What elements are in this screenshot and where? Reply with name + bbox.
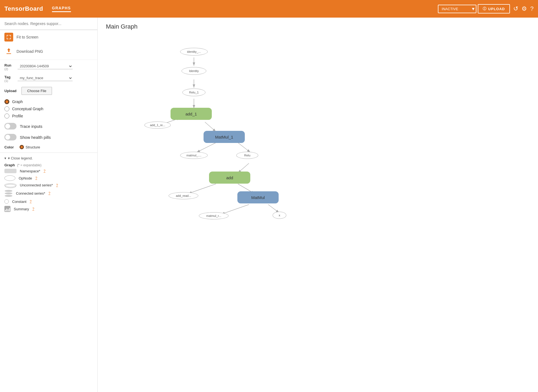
graph-radio-item[interactable]: Graph xyxy=(4,98,93,105)
profile-radio-item[interactable]: Profile xyxy=(4,112,93,120)
node-x[interactable]: x xyxy=(273,212,286,219)
svg-line-6 xyxy=(197,143,216,152)
namespace-shape xyxy=(4,169,17,173)
tag-select[interactable]: my_func_trace xyxy=(18,75,73,81)
svg-line-4 xyxy=(205,122,216,132)
settings-button[interactable]: ⚙ xyxy=(521,5,527,12)
color-structure-item[interactable]: Structure xyxy=(20,145,40,149)
graph-radio-label: Graph xyxy=(12,100,23,104)
node-add1-re[interactable]: add_1_re... xyxy=(144,122,171,129)
legend-namespace-label: Namespace* xyxy=(20,169,40,173)
view-mode-group: Graph Conceptual Graph Profile xyxy=(0,97,97,121)
topbar-right: INACTIVE ▾ ⓘ UPLOAD ↺ ⚙ ? xyxy=(438,4,534,13)
legend-opnode-item: OpNode ? xyxy=(0,174,97,182)
graph-container: identity_... Identity Relu_1 add_1 add_1… xyxy=(98,34,538,392)
opnode-help-link[interactable]: ? xyxy=(35,176,37,180)
trace-inputs-label: Trace inputs xyxy=(20,124,42,129)
legend-graph-title: Graph xyxy=(4,163,15,167)
tag-key: Tag (1) xyxy=(4,75,15,82)
close-legend-label: ▾ Close legend. xyxy=(8,156,33,160)
node-matmul-dots[interactable]: matmul_.... xyxy=(180,152,208,159)
trace-inputs-row: Trace inputs xyxy=(0,121,97,132)
node-add-read[interactable]: add_read... xyxy=(169,192,198,199)
run-selector: INACTIVE ▾ xyxy=(438,5,474,13)
run-select[interactable]: 20200804-144509 xyxy=(18,63,73,69)
legend-namespace-item: Namespace* ? xyxy=(0,168,97,174)
unconnected-shape xyxy=(4,183,17,187)
color-structure-radio[interactable] xyxy=(20,145,24,149)
graph-title: Main Graph xyxy=(98,18,538,36)
summary-help-link[interactable]: ? xyxy=(32,207,34,211)
run-dropdown[interactable]: INACTIVE xyxy=(438,5,476,13)
topbar: TensorBoard GRAPHS INACTIVE ▾ ⓘ UPLOAD ↺… xyxy=(0,0,538,18)
constant-help-link[interactable]: ? xyxy=(30,200,32,203)
node-relu1[interactable]: Relu_1 xyxy=(182,89,205,96)
node-matmul-r[interactable]: matmul_r... xyxy=(199,212,229,219)
help-button[interactable]: ? xyxy=(530,5,534,12)
conceptual-radio-input[interactable] xyxy=(4,106,9,111)
graph-edges xyxy=(98,34,538,392)
node-add[interactable]: add xyxy=(209,172,250,184)
summary-shape xyxy=(4,206,10,212)
download-png-label: Download PNG xyxy=(17,49,43,54)
show-health-pills-slider xyxy=(4,134,17,140)
legend-constant-label: Constant xyxy=(12,200,26,204)
profile-radio-label: Profile xyxy=(12,114,23,118)
legend-connected-label: Connected series* xyxy=(16,191,45,195)
color-label: Color xyxy=(4,145,17,149)
legend-expandable: (* = expandable) xyxy=(17,163,41,167)
chevron-down-icon2: ▾ xyxy=(4,156,6,160)
legend-section: Graph (* = expandable) Namespace* ? OpNo… xyxy=(0,162,97,213)
legend-summary-item: Summary ? xyxy=(0,205,97,213)
nav-graphs[interactable]: GRAPHS xyxy=(52,6,71,12)
download-png-button[interactable]: Download PNG xyxy=(0,44,97,59)
legend-unconnected-item: Unconnected series* ? xyxy=(0,182,97,188)
show-health-pills-row: Show health pills xyxy=(0,132,97,143)
divider2 xyxy=(0,153,97,153)
info-icon: ⓘ xyxy=(483,6,487,11)
fit-to-screen-button[interactable]: Fit to Screen xyxy=(0,30,97,44)
tag-row: Tag (1) my_func_trace xyxy=(0,73,97,85)
conceptual-graph-radio-label: Conceptual Graph xyxy=(12,107,43,111)
svg-line-9 xyxy=(188,184,216,194)
upload-button[interactable]: ⓘ UPLOAD xyxy=(478,4,510,13)
node-matmul[interactable]: MatMul xyxy=(237,191,279,203)
show-health-pills-toggle[interactable] xyxy=(4,134,17,140)
node-identity-dots[interactable]: identity_... xyxy=(180,48,208,56)
node-matmul1[interactable]: MatMul_1 xyxy=(204,131,245,143)
connected-shape xyxy=(4,189,13,197)
refresh-button[interactable]: ↺ xyxy=(513,5,518,12)
upload-label: Upload xyxy=(4,89,18,93)
close-legend-button[interactable]: ▾ ▾ Close legend. xyxy=(0,154,97,162)
graph-canvas[interactable]: identity_... Identity Relu_1 add_1 add_1… xyxy=(98,34,538,392)
connected-help-link[interactable]: ? xyxy=(48,191,50,195)
legend-constant-item: Constant ? xyxy=(0,198,97,205)
opnode-shape xyxy=(4,175,15,181)
search-input[interactable] xyxy=(0,18,97,30)
legend-summary-label: Summary xyxy=(14,207,29,211)
node-relu[interactable]: Relu xyxy=(236,152,258,159)
graph-radio-input[interactable] xyxy=(4,99,9,104)
download-icon xyxy=(4,47,13,56)
constant-shape xyxy=(4,199,9,204)
profile-radio-input[interactable] xyxy=(4,114,9,118)
show-health-pills-label: Show health pills xyxy=(20,135,51,140)
graph-area[interactable]: Main Graph xyxy=(98,18,538,392)
fit-icon xyxy=(4,33,13,42)
app-title: TensorBoard xyxy=(4,5,43,12)
legend-connected-item: Connected series* ? xyxy=(0,188,97,198)
color-row: Color Structure xyxy=(0,143,97,151)
svg-line-7 xyxy=(238,143,250,152)
legend-unconnected-label: Unconnected series* xyxy=(20,183,53,187)
conceptual-graph-radio-item[interactable]: Conceptual Graph xyxy=(4,105,93,112)
node-add1[interactable]: add_1 xyxy=(171,108,212,120)
upload-label: UPLOAD xyxy=(488,7,505,11)
trace-inputs-toggle[interactable] xyxy=(4,123,17,129)
namespace-help-link[interactable]: ? xyxy=(43,169,45,173)
svg-line-11 xyxy=(221,205,249,214)
trace-inputs-slider xyxy=(4,123,17,129)
upload-row: Upload Choose File xyxy=(0,85,97,97)
node-identity[interactable]: Identity xyxy=(182,67,206,75)
choose-file-button[interactable]: Choose File xyxy=(21,87,52,95)
unconnected-help-link[interactable]: ? xyxy=(56,183,58,187)
